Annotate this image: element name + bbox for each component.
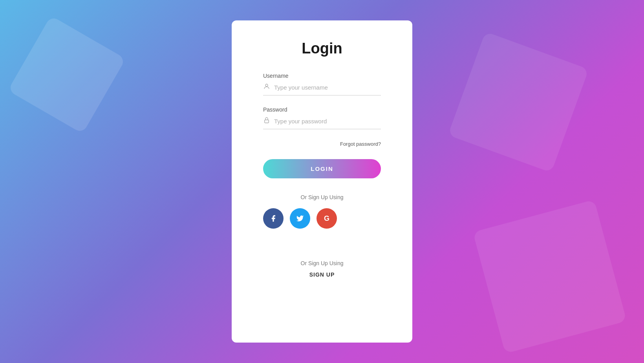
twitter-button[interactable]	[290, 208, 310, 229]
login-button[interactable]: LOGIN	[263, 159, 381, 178]
or-sign-up-bottom-text: Or Sign Up Using	[263, 260, 381, 266]
password-field-group: Password	[263, 106, 381, 129]
sign-up-link[interactable]: SIGN UP	[309, 271, 335, 278]
login-card: Login Username Password	[232, 20, 412, 343]
svg-point-0	[265, 84, 268, 86]
lock-icon	[263, 117, 270, 126]
forgot-password-section: Forgot password?	[263, 140, 381, 147]
user-icon	[263, 83, 270, 92]
password-label: Password	[263, 106, 381, 113]
google-button[interactable]: G	[317, 208, 337, 229]
forgot-password-link[interactable]: Forgot password?	[340, 141, 381, 147]
svg-rect-1	[265, 120, 269, 123]
page-title: Login	[302, 40, 342, 57]
bg-shape-left	[8, 16, 126, 134]
username-field-group: Username	[263, 73, 381, 95]
username-input-wrapper	[263, 83, 381, 95]
bottom-section: Or Sign Up Using SIGN UP	[263, 260, 381, 278]
bg-shape-right-bottom	[473, 200, 627, 354]
username-label: Username	[263, 73, 381, 79]
bg-shape-right-top	[448, 32, 589, 173]
or-sign-up-text: Or Sign Up Using	[263, 194, 381, 200]
password-input[interactable]	[274, 118, 381, 125]
username-input[interactable]	[274, 84, 381, 91]
login-form: Username Password	[263, 73, 381, 278]
facebook-button[interactable]	[263, 208, 284, 229]
social-icons-group: G	[263, 208, 381, 229]
password-input-wrapper	[263, 117, 381, 129]
